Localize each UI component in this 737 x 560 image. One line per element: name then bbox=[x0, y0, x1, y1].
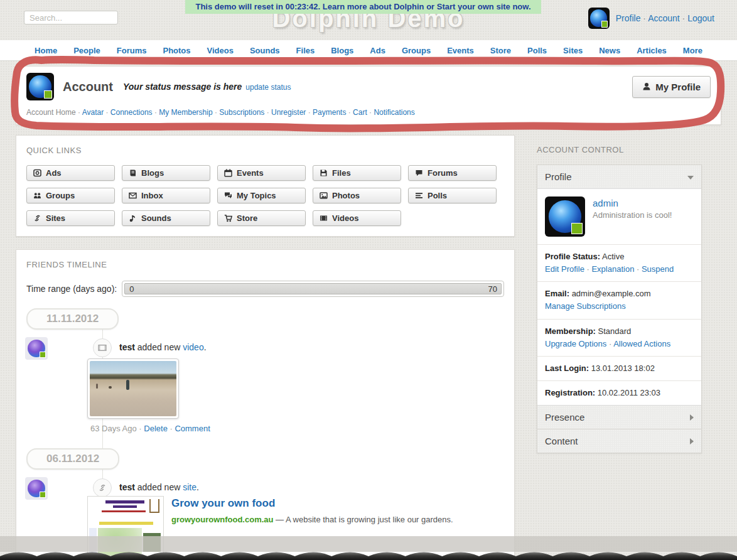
nav-forums[interactable]: Forums bbox=[117, 46, 147, 55]
presence-section-header[interactable]: Presence bbox=[537, 405, 701, 429]
account-link[interactable]: Account bbox=[640, 13, 679, 23]
music-note-icon bbox=[129, 214, 137, 222]
registration-row: Registration: 10.02.2011 23:03 bbox=[537, 380, 701, 405]
video-thumbnail[interactable] bbox=[87, 358, 179, 419]
subnav-my-membership[interactable]: My Membership bbox=[153, 108, 213, 117]
nav-events[interactable]: Events bbox=[447, 46, 474, 55]
subnav-notifications[interactable]: Notifications bbox=[367, 108, 415, 117]
nav-people[interactable]: People bbox=[73, 46, 100, 55]
quick-link-my-topics[interactable]: My Topics bbox=[217, 188, 306, 203]
film-icon bbox=[320, 214, 328, 222]
nav-polls[interactable]: Polls bbox=[527, 46, 547, 55]
username-link[interactable]: admin bbox=[593, 198, 618, 208]
subnav-cart[interactable]: Cart bbox=[346, 108, 367, 117]
quick-link-photos[interactable]: Photos bbox=[313, 188, 401, 203]
entry-age: 63 Days Ago bbox=[90, 424, 137, 433]
quick-link-ads[interactable]: Ads bbox=[26, 165, 115, 181]
nav-articles[interactable]: Articles bbox=[637, 46, 667, 55]
profile-section-header[interactable]: Profile bbox=[537, 165, 701, 189]
manage-subscriptions-link[interactable]: Manage Subscriptions bbox=[545, 301, 626, 311]
account-subnav: Account HomeAvatarConnectionsMy Membersh… bbox=[26, 108, 711, 117]
site-url-link[interactable]: growyourownfood.com.au bbox=[171, 515, 274, 524]
nav-store[interactable]: Store bbox=[490, 46, 511, 55]
quick-link-forums[interactable]: Forums bbox=[408, 165, 497, 181]
nav-more[interactable]: More bbox=[683, 46, 702, 55]
demo-reset-text: This demo will reset in 00:23:42. Learn … bbox=[195, 2, 369, 11]
my-profile-button[interactable]: My Profile bbox=[632, 76, 711, 98]
user-links: ProfileAccountLogout bbox=[616, 13, 714, 23]
nav-videos[interactable]: Videos bbox=[207, 46, 234, 55]
calendar-icon bbox=[224, 169, 232, 177]
nav-sounds[interactable]: Sounds bbox=[250, 46, 280, 55]
date-badge: 06.11.2012 bbox=[26, 448, 119, 470]
content-section-header[interactable]: Content bbox=[537, 429, 701, 453]
nav-files[interactable]: Files bbox=[296, 46, 315, 55]
quick-link-inbox[interactable]: Inbox bbox=[122, 188, 210, 203]
site-link[interactable]: site bbox=[183, 482, 196, 492]
admin-avatar[interactable] bbox=[545, 197, 585, 237]
last-login-row: Last Login: 13.01.2013 18:02 bbox=[537, 356, 701, 380]
user-avatar[interactable] bbox=[588, 8, 610, 29]
subnav-connections[interactable]: Connections bbox=[104, 108, 152, 117]
allowed-actions-link[interactable]: Allowed Actions bbox=[606, 339, 670, 348]
entry-text: test added new video. bbox=[119, 337, 504, 352]
account-avatar[interactable] bbox=[26, 73, 54, 100]
email-row: Email: admin@example.com Manage Subscrip… bbox=[537, 281, 701, 318]
slider-track[interactable]: 0 70 bbox=[124, 283, 502, 294]
profile-link[interactable]: Profile bbox=[616, 13, 641, 23]
nav-sites[interactable]: Sites bbox=[563, 46, 583, 55]
entry-avatar[interactable] bbox=[25, 477, 48, 500]
about-dolphin-link[interactable]: about Dolphin bbox=[369, 2, 424, 11]
slider-min-value[interactable]: 0 bbox=[129, 284, 134, 294]
entry-avatar[interactable] bbox=[25, 337, 48, 360]
start-site-link[interactable]: Start your own site now. bbox=[437, 2, 531, 11]
quick-links-grid: Ads Blogs Events Files Forums Groups Inb… bbox=[26, 165, 504, 226]
subnav-avatar[interactable]: Avatar bbox=[82, 108, 104, 117]
logout-link[interactable]: Logout bbox=[680, 13, 714, 23]
envelope-icon bbox=[129, 191, 137, 200]
quick-link-blogs[interactable]: Blogs bbox=[122, 165, 210, 181]
subnav-account-home: Account Home bbox=[26, 108, 82, 117]
quick-link-events[interactable]: Events bbox=[217, 165, 306, 181]
quick-link-polls[interactable]: Polls bbox=[408, 188, 497, 203]
upgrade-options-link[interactable]: Upgrade Options bbox=[545, 339, 606, 348]
subnav-payments[interactable]: Payments bbox=[306, 108, 346, 117]
suspend-link[interactable]: Suspend bbox=[634, 264, 674, 274]
top-bar: Dolphin Demo This demo will reset in 00:… bbox=[0, 0, 737, 40]
nav-ads[interactable]: Ads bbox=[370, 46, 385, 55]
beach-video-still bbox=[90, 361, 176, 416]
comment-link[interactable]: Comment bbox=[175, 424, 210, 433]
quick-link-sites[interactable]: Sites bbox=[26, 210, 115, 226]
status-message: Your status message is hereupdate status bbox=[123, 82, 291, 92]
quick-link-videos[interactable]: Videos bbox=[313, 210, 401, 226]
link-icon bbox=[33, 214, 41, 222]
time-range-label: Time range (days ago): bbox=[26, 284, 117, 294]
edit-profile-link[interactable]: Edit Profile bbox=[545, 264, 584, 274]
floppy-icon bbox=[320, 169, 328, 177]
delete-link[interactable]: Delete bbox=[144, 424, 168, 433]
explanation-link[interactable]: Explanation bbox=[584, 264, 635, 274]
video-link[interactable]: video bbox=[183, 342, 203, 352]
subnav-subscriptions[interactable]: Subscriptions bbox=[213, 108, 265, 117]
demo-reset-banner: This demo will reset in 00:23:42. Learn … bbox=[185, 0, 541, 14]
quick-link-sounds[interactable]: Sounds bbox=[122, 210, 210, 226]
nav-groups[interactable]: Groups bbox=[402, 46, 431, 55]
quick-link-store[interactable]: Store bbox=[217, 210, 306, 226]
entry-meta: 63 Days Ago · Delete · Comment bbox=[90, 424, 504, 433]
slider-max-value[interactable]: 70 bbox=[488, 284, 497, 294]
nav-home[interactable]: Home bbox=[35, 46, 57, 55]
ads-icon bbox=[33, 169, 41, 177]
nav-photos[interactable]: Photos bbox=[163, 46, 190, 55]
quick-link-groups[interactable]: Groups bbox=[26, 188, 115, 203]
user-tagline: Administration is cool! bbox=[593, 210, 672, 220]
time-range-slider[interactable]: 0 70 bbox=[122, 281, 504, 297]
quick-links-heading: QUICK LINKS bbox=[26, 146, 504, 155]
nav-blogs[interactable]: Blogs bbox=[331, 46, 353, 55]
subnav-unregister[interactable]: Unregister bbox=[264, 108, 306, 117]
account-header-card: Account Your status message is hereupdat… bbox=[16, 66, 721, 125]
site-title-link[interactable]: Grow your own food bbox=[171, 497, 275, 509]
speech-bubble-icon bbox=[415, 169, 423, 177]
nav-news[interactable]: News bbox=[599, 46, 620, 55]
quick-link-files[interactable]: Files bbox=[313, 165, 401, 181]
update-status-link[interactable]: update status bbox=[245, 83, 291, 92]
